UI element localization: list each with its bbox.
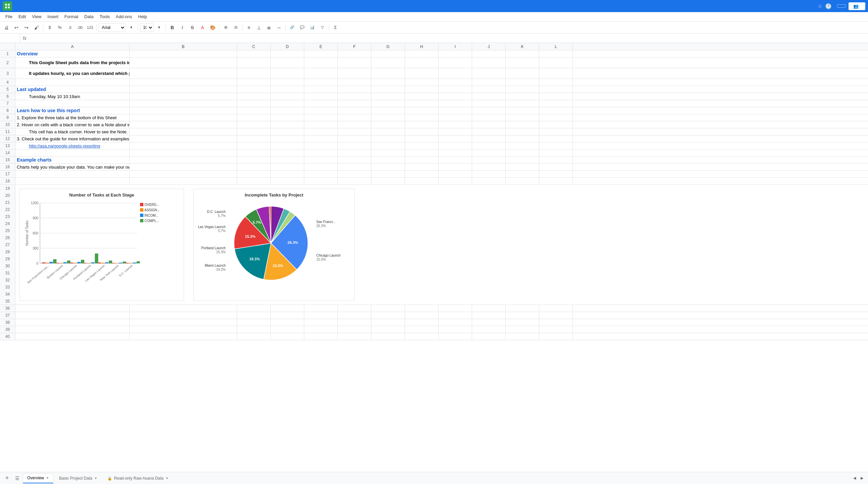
cell-I-12[interactable]: [438, 135, 472, 142]
italic-button[interactable]: I: [178, 23, 187, 32]
cell-C-2[interactable]: [237, 57, 271, 68]
cell-L-9[interactable]: [539, 114, 573, 121]
cell[interactable]: [271, 319, 304, 326]
cell-I-9[interactable]: [438, 114, 472, 121]
cell-L-4[interactable]: [539, 79, 573, 86]
cell[interactable]: [506, 326, 539, 333]
cell-L-8[interactable]: [539, 107, 573, 114]
cell-G-10[interactable]: [371, 121, 405, 128]
cell[interactable]: [405, 312, 438, 319]
cell-C-13[interactable]: [237, 143, 271, 149]
cell-G-13[interactable]: [371, 143, 405, 149]
cell-F-4[interactable]: [338, 79, 371, 86]
cell-I-4[interactable]: [438, 79, 472, 86]
cell-K-12[interactable]: [506, 135, 539, 142]
cell[interactable]: [472, 305, 506, 312]
cell-F-12[interactable]: [338, 135, 371, 142]
cell-D-15[interactable]: [271, 156, 304, 163]
cell[interactable]: [539, 319, 573, 326]
cell-a-6[interactable]: Tuesday, May 10 10:19am: [16, 93, 130, 100]
cell-L-12[interactable]: [539, 135, 573, 142]
cell-J-4[interactable]: [472, 79, 506, 86]
cell[interactable]: [539, 305, 573, 312]
cell-a-14[interactable]: [16, 149, 130, 156]
cell-C-4[interactable]: [237, 79, 271, 86]
cell-K-11[interactable]: [506, 128, 539, 135]
cell-G-8[interactable]: [371, 107, 405, 114]
cell[interactable]: [506, 312, 539, 319]
cell[interactable]: [338, 312, 371, 319]
cell-B-4[interactable]: [130, 79, 237, 86]
cell-J-5[interactable]: [472, 86, 506, 93]
cell[interactable]: [472, 326, 506, 333]
cell[interactable]: [130, 319, 237, 326]
cell-I-5[interactable]: [438, 86, 472, 93]
cell[interactable]: [405, 319, 438, 326]
col-header-l[interactable]: L: [539, 43, 573, 50]
cell[interactable]: [472, 319, 506, 326]
cell-D-11[interactable]: [271, 128, 304, 135]
table-row[interactable]: 91. Explore the three tabs at the bottom…: [0, 114, 868, 121]
cell-H-7[interactable]: [405, 100, 438, 107]
cell-D-3[interactable]: [271, 68, 304, 79]
cell[interactable]: [271, 305, 304, 312]
table-row[interactable]: 3It updates hourly, so you can understan…: [0, 68, 868, 79]
cell-F-3[interactable]: [338, 68, 371, 79]
font-family-select[interactable]: Arial: [99, 23, 126, 32]
table-row[interactable]: 15Example charts: [0, 156, 868, 163]
cell-H-14[interactable]: [405, 149, 438, 156]
cell[interactable]: [304, 171, 338, 177]
cell-H-1[interactable]: [405, 50, 438, 57]
cell-B-5[interactable]: [130, 86, 237, 93]
cell-B-12[interactable]: [130, 135, 237, 142]
cell-D-13[interactable]: [271, 143, 304, 149]
cell-E-4[interactable]: [304, 79, 338, 86]
doc-history-icon[interactable]: 🕐: [825, 3, 832, 9]
table-row[interactable]: 36: [0, 305, 868, 312]
cell-J-16[interactable]: [472, 163, 506, 170]
cell[interactable]: [16, 326, 130, 333]
cell-a-16[interactable]: Charts help you visualize your data. You…: [16, 163, 130, 170]
cell[interactable]: [405, 326, 438, 333]
menu-file[interactable]: File: [3, 13, 15, 20]
cell[interactable]: [130, 312, 237, 319]
cell-D-6[interactable]: [271, 93, 304, 100]
cell-E-12[interactable]: [304, 135, 338, 142]
cell-I-10[interactable]: [438, 121, 472, 128]
format-123-button[interactable]: 123: [86, 23, 94, 32]
borders-button[interactable]: ⊞: [221, 23, 230, 32]
cell-K-13[interactable]: [506, 143, 539, 149]
cell-B-3[interactable]: [130, 68, 237, 79]
cell[interactable]: [130, 178, 237, 184]
cell[interactable]: [371, 326, 405, 333]
cell[interactable]: [304, 333, 338, 340]
cell-F-2[interactable]: [338, 57, 371, 68]
cell-B-11[interactable]: [130, 128, 237, 135]
cell-G-11[interactable]: [371, 128, 405, 135]
cell-J-1[interactable]: [472, 50, 506, 57]
col-header-d[interactable]: D: [271, 43, 304, 50]
cell-C-1[interactable]: [237, 50, 271, 57]
cell-C-6[interactable]: [237, 93, 271, 100]
cell-J-12[interactable]: [472, 135, 506, 142]
cell-J-11[interactable]: [472, 128, 506, 135]
cell[interactable]: [338, 319, 371, 326]
cell-I-11[interactable]: [438, 128, 472, 135]
font-size-select[interactable]: 10: [140, 23, 153, 32]
cell-G-12[interactable]: [371, 135, 405, 142]
table-row[interactable]: 1Overview: [0, 50, 868, 57]
cell-a-10[interactable]: 2. Hover on cells with a black corner to…: [16, 121, 130, 128]
cell-I-1[interactable]: [438, 50, 472, 57]
cell-L-7[interactable]: [539, 100, 573, 107]
cell[interactable]: [405, 305, 438, 312]
cell[interactable]: [539, 312, 573, 319]
cell[interactable]: [438, 326, 472, 333]
col-header-g[interactable]: G: [371, 43, 405, 50]
cell-F-7[interactable]: [338, 100, 371, 107]
align-justify-button[interactable]: ↔: [275, 23, 283, 32]
cell-D-1[interactable]: [271, 50, 304, 57]
cell-G-6[interactable]: [371, 93, 405, 100]
cell-I-6[interactable]: [438, 93, 472, 100]
cell[interactable]: [130, 171, 237, 177]
cell[interactable]: [506, 178, 539, 184]
